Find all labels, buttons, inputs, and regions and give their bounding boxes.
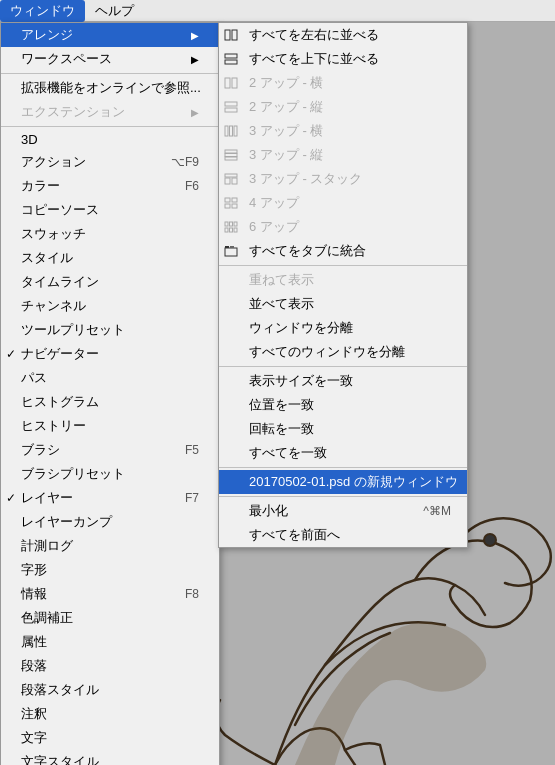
submenu-item-label: すべてを前面へ	[249, 526, 340, 544]
menu-item-history[interactable]: ヒストリー	[1, 414, 219, 438]
menu-item-tool-presets[interactable]: ツールプリセット	[1, 318, 219, 342]
submenu-separator	[219, 366, 467, 367]
menu-item-glyphs[interactable]: 字形	[1, 558, 219, 582]
svg-rect-3	[225, 54, 237, 58]
menu-item-extensions-online[interactable]: 拡張機能をオンラインで参照...	[1, 76, 219, 100]
submenu-item-match-all[interactable]: すべてを一致	[219, 441, 467, 465]
menu-item-extensions: エクステンション▶	[1, 100, 219, 124]
submenu-item-label: すべてを左右に並べる	[249, 26, 379, 44]
svg-rect-13	[225, 154, 237, 157]
menu-item-character[interactable]: 文字	[1, 726, 219, 750]
shortcut-label: F5	[185, 443, 199, 457]
menu-item-copy-source[interactable]: コピーソース	[1, 198, 219, 222]
menu-item-channels[interactable]: チャンネル	[1, 294, 219, 318]
menu-item-label: タイムライン	[21, 273, 99, 291]
submenu-item-new-window[interactable]: 20170502-01.psd の新規ウィンドウ	[219, 470, 467, 494]
submenu-item-match-rotation[interactable]: 回転を一致	[219, 417, 467, 441]
svg-rect-15	[225, 174, 237, 177]
submenu-item-cascade: 重ねて表示	[219, 268, 467, 292]
menu-item-label: スウォッチ	[21, 225, 86, 243]
menu-item-workspace[interactable]: ワークスペース▶	[1, 47, 219, 71]
menu-item-paragraph-styles[interactable]: 段落スタイル	[1, 678, 219, 702]
submenu-item-label: 3 アップ - 縦	[249, 146, 323, 164]
menu-item-label: ブラシプリセット	[21, 465, 125, 483]
submenu-item-label: 20170502-01.psd の新規ウィンドウ	[249, 473, 458, 491]
menu-separator	[1, 73, 219, 74]
menu-item-navigator[interactable]: ✓ナビゲーター	[1, 342, 219, 366]
submenu-item-label: 3 アップ - 横	[249, 122, 323, 140]
menu-item-histogram[interactable]: ヒストグラム	[1, 390, 219, 414]
window-menu[interactable]: ウィンドウ	[0, 0, 85, 22]
shortcut-label: ⌥F9	[171, 155, 199, 169]
submenu-separator	[219, 467, 467, 468]
submenu-item-tile[interactable]: 並べて表示	[219, 292, 467, 316]
svg-rect-22	[225, 222, 228, 226]
submenu-item-all-tabs[interactable]: すべてをタブに統合	[219, 239, 467, 263]
menu-separator	[1, 126, 219, 127]
submenu-item-arrange-lr[interactable]: すべてを左右に並べる	[219, 23, 467, 47]
4up-icon	[224, 197, 238, 209]
menu-item-paragraph[interactable]: 段落	[1, 654, 219, 678]
menu-item-properties[interactable]: 属性	[1, 630, 219, 654]
menu-item-label: ナビゲーター	[21, 345, 99, 363]
menu-item-label: コピーソース	[21, 201, 99, 219]
submenu-item-bring-all-front[interactable]: すべてを前面へ	[219, 523, 467, 547]
menu-item-styles[interactable]: スタイル	[1, 246, 219, 270]
submenu-item-label: 6 アップ	[249, 218, 299, 236]
menu-item-brush[interactable]: ブラシF5	[1, 438, 219, 462]
submenu-item-label: すべてを上下に並べる	[249, 50, 379, 68]
svg-rect-26	[230, 228, 233, 232]
menu-item-notes[interactable]: 注釈	[1, 702, 219, 726]
submenu-item-minimize[interactable]: 最小化^⌘M	[219, 499, 467, 523]
svg-rect-24	[234, 222, 237, 226]
svg-rect-1	[225, 30, 230, 40]
submenu-item-label: すべてのウィンドウを分離	[249, 343, 405, 361]
submenu-item-match-zoom[interactable]: 表示サイズを一致	[219, 369, 467, 393]
menu-item-color-correction[interactable]: 色調補正	[1, 606, 219, 630]
svg-rect-29	[225, 246, 229, 248]
menu-item-layers[interactable]: ✓レイヤーF7	[1, 486, 219, 510]
menu-item-measurement-log[interactable]: 計測ログ	[1, 534, 219, 558]
help-menu[interactable]: ヘルプ	[85, 0, 144, 22]
3up-v-icon	[224, 149, 238, 161]
tabs-icon	[224, 245, 238, 257]
menu-item-character-styles[interactable]: 文字スタイル	[1, 750, 219, 765]
submenu-item-3up-stack: 3 アップ - スタック	[219, 167, 467, 191]
submenu-item-6up: 6 アップ	[219, 215, 467, 239]
menu-item-label: エクステンション	[21, 103, 125, 121]
menu-item-label: アレンジ	[21, 26, 73, 44]
menu-item-brush-presets[interactable]: ブラシプリセット	[1, 462, 219, 486]
submenu-item-float[interactable]: ウィンドウを分離	[219, 316, 467, 340]
menu-item-swatches[interactable]: スウォッチ	[1, 222, 219, 246]
menu-item-timeline[interactable]: タイムライン	[1, 270, 219, 294]
menu-item-label: レイヤーカンプ	[21, 513, 112, 531]
menu-item-3d[interactable]: 3D	[1, 129, 219, 150]
menu-item-color[interactable]: カラーF6	[1, 174, 219, 198]
svg-rect-19	[232, 198, 237, 202]
2up-h-icon	[224, 77, 238, 89]
menu-item-label: 注釈	[21, 705, 47, 723]
menu-item-arrange[interactable]: アレンジ▶	[1, 23, 219, 47]
submenu-item-match-location[interactable]: 位置を一致	[219, 393, 467, 417]
svg-rect-28	[225, 248, 237, 256]
menu-item-label: チャンネル	[21, 297, 86, 315]
submenu-item-float-all[interactable]: すべてのウィンドウを分離	[219, 340, 467, 364]
menu-item-label: パス	[21, 369, 47, 387]
svg-rect-11	[234, 126, 237, 136]
menu-item-actions[interactable]: アクション⌥F9	[1, 150, 219, 174]
menu-item-label: 3D	[21, 132, 38, 147]
menu-item-info[interactable]: 情報F8	[1, 582, 219, 606]
svg-rect-2	[232, 30, 237, 40]
menu-item-label: 拡張機能をオンラインで参照...	[21, 79, 201, 97]
menu-item-label: スタイル	[21, 249, 73, 267]
submenu-item-arrange-tb[interactable]: すべてを上下に並べる	[219, 47, 467, 71]
menu-item-layer-comps[interactable]: レイヤーカンプ	[1, 510, 219, 534]
submenu-item-4up: 4 アップ	[219, 191, 467, 215]
svg-rect-21	[232, 204, 237, 208]
svg-rect-9	[225, 126, 228, 136]
submenu-item-2up-h: 2 アップ - 横	[219, 71, 467, 95]
menu-item-paths[interactable]: パス	[1, 366, 219, 390]
3up-stack-icon	[224, 173, 238, 185]
menu-item-label: 字形	[21, 561, 47, 579]
svg-rect-17	[232, 178, 237, 184]
